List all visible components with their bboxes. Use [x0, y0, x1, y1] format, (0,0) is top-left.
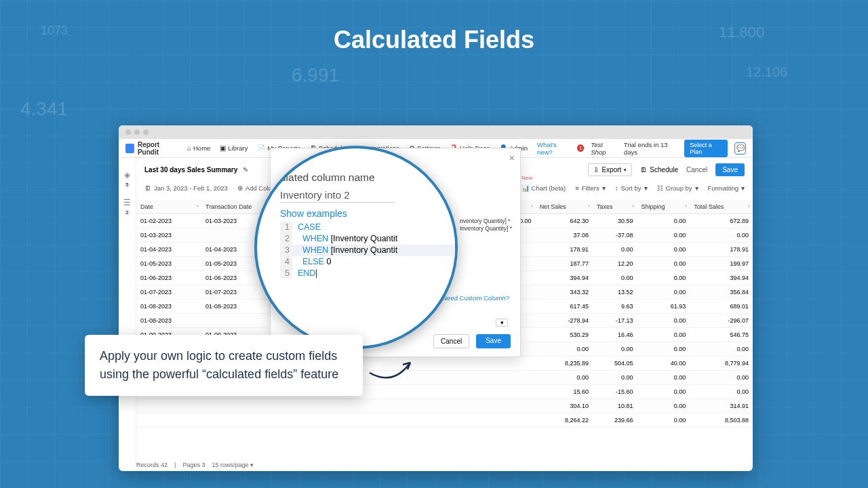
window-dot[interactable]: [125, 129, 131, 135]
chat-icon[interactable]: 💬: [734, 142, 746, 155]
cell: [487, 413, 536, 428]
column-name-input[interactable]: Inventory into 2: [280, 189, 395, 203]
dialog-save-button[interactable]: Save: [476, 334, 511, 348]
show-examples-link[interactable]: Show examples: [280, 208, 455, 219]
reports-icon: 📄: [257, 144, 265, 152]
window-dot[interactable]: [143, 129, 149, 135]
group-by-button[interactable]: ☷Group by ▾: [657, 184, 698, 192]
dialog-cancel-button[interactable]: Cancel: [433, 334, 469, 348]
cell: [360, 399, 429, 413]
cell: 0.00: [637, 228, 690, 243]
cell: 314.91: [690, 399, 753, 413]
cell: [487, 357, 536, 371]
cell: 0.00: [593, 271, 637, 285]
chart-beta-button[interactable]: New📊 Chart (beta): [521, 184, 566, 192]
column-header[interactable]: Date▾: [136, 200, 201, 214]
column-header[interactable]: Taxes▾: [593, 200, 637, 214]
cell: 0.00: [593, 243, 637, 257]
column-header[interactable]: Shipping▾: [637, 200, 690, 214]
formatting-button[interactable]: Formatting ▾: [708, 184, 745, 192]
cell: [429, 371, 486, 385]
cell: [429, 385, 486, 399]
cell: [487, 399, 536, 413]
cell: 01-08-2023: [136, 314, 201, 328]
cell: [429, 413, 486, 428]
cell: [487, 385, 536, 399]
calendar-icon: 🗓: [640, 166, 647, 174]
window-dot[interactable]: [134, 129, 140, 135]
formula-editor[interactable]: 1CASE 2 WHEN [Inventory Quantit 3 WHEN […: [280, 222, 455, 279]
cell: 01-04-2023: [136, 243, 201, 257]
pages-count: Pages 3: [182, 462, 205, 468]
home-icon: ⌂: [187, 144, 191, 152]
filter-icon: ≡: [575, 184, 579, 192]
column-header[interactable]: Total Sales▾: [690, 200, 753, 214]
records-count: Records 42: [136, 462, 167, 468]
rail-diamond-icon[interactable]: ◈: [123, 170, 132, 180]
cell: 546.75: [690, 328, 753, 342]
cell: 0.00: [637, 214, 690, 228]
need-custom-column-link[interactable]: Need Custom Column?: [442, 294, 509, 302]
cell: -15.60: [593, 385, 637, 399]
cell: [360, 413, 429, 428]
rail-list-icon[interactable]: ☰: [123, 198, 132, 207]
new-tag: New: [521, 175, 532, 181]
cell: 0.00: [637, 413, 690, 428]
sort-icon: ↕: [615, 184, 618, 192]
export-button[interactable]: ⇩Export▾: [588, 163, 632, 176]
nav-library[interactable]: ▣Library: [220, 144, 248, 152]
cell: [487, 371, 536, 385]
brand[interactable]: Report Pundit: [125, 141, 179, 156]
cell: 8,503.88: [690, 413, 753, 428]
cell: [429, 399, 486, 413]
cell: 0.00: [690, 371, 753, 385]
window-titlebar: [119, 125, 753, 139]
chevron-down-icon: ▾: [644, 184, 648, 192]
cell: 16.46: [593, 328, 637, 342]
save-button[interactable]: Save: [715, 163, 745, 176]
cell: 0.00: [536, 342, 593, 357]
rows-per-page-select[interactable]: 15 rows/page ▾: [212, 462, 254, 468]
cell: 0.00: [637, 385, 690, 399]
chevron-down-icon: ▾: [624, 167, 627, 173]
cell: [429, 357, 486, 371]
date-range-picker[interactable]: 🗓Jan 3, 2023 - Feb 1, 2023: [144, 184, 228, 192]
dialog-close-button[interactable]: ×: [509, 152, 515, 163]
library-icon: ▣: [220, 144, 226, 152]
magnifier-lens: ulated column name Inventory into 2 Show…: [254, 146, 458, 349]
select-plan-button[interactable]: Select a Plan: [684, 140, 728, 157]
cell: 0.00: [637, 328, 690, 342]
table-row[interactable]: 8,264.22239.660.008,503.88: [136, 413, 753, 428]
chevron-down-icon: ▾: [695, 184, 698, 192]
chart-icon: 📊: [521, 184, 530, 192]
type-select[interactable]: ▾: [496, 319, 508, 327]
cell: 239.66: [593, 413, 637, 428]
nav-home[interactable]: ⌂Home: [187, 144, 210, 152]
whats-new-link[interactable]: What's new?: [537, 141, 570, 156]
cell: 15.60: [536, 385, 593, 399]
code-hint: nventory Quantity] * Inventory Quantity]…: [460, 218, 512, 232]
cell: 356.84: [690, 285, 753, 300]
cell: 178.91: [536, 243, 593, 257]
calendar-icon: 🗓: [144, 184, 151, 192]
cell: -296.07: [690, 314, 753, 328]
table-row[interactable]: 304.1010.810.00314.91: [136, 399, 753, 413]
cell: 61.93: [637, 300, 690, 314]
sort-by-button[interactable]: ↕Sort by ▾: [615, 184, 648, 192]
cell: 689.01: [690, 300, 753, 314]
cell: -17.13: [593, 314, 637, 328]
feature-callout: Apply your own logic to create custom fi…: [85, 335, 363, 396]
brand-name: Report Pundit: [138, 141, 179, 156]
cell: 0.00: [637, 257, 690, 271]
cell: [292, 399, 361, 413]
schedule-button[interactable]: 🗓Schedule: [640, 166, 678, 174]
cancel-button[interactable]: Cancel: [686, 166, 707, 174]
cell: 8,779.94: [690, 357, 753, 371]
shop-name: Test Shop: [591, 141, 617, 156]
bg-number: 12.106: [746, 64, 787, 80]
edit-title-icon[interactable]: ✎: [243, 166, 248, 174]
cell: 0.00: [536, 371, 593, 385]
filters-button[interactable]: ≡Filters ▾: [575, 184, 605, 192]
cell: 0.00: [637, 342, 690, 357]
column-header[interactable]: Net Sales▾: [536, 200, 593, 214]
